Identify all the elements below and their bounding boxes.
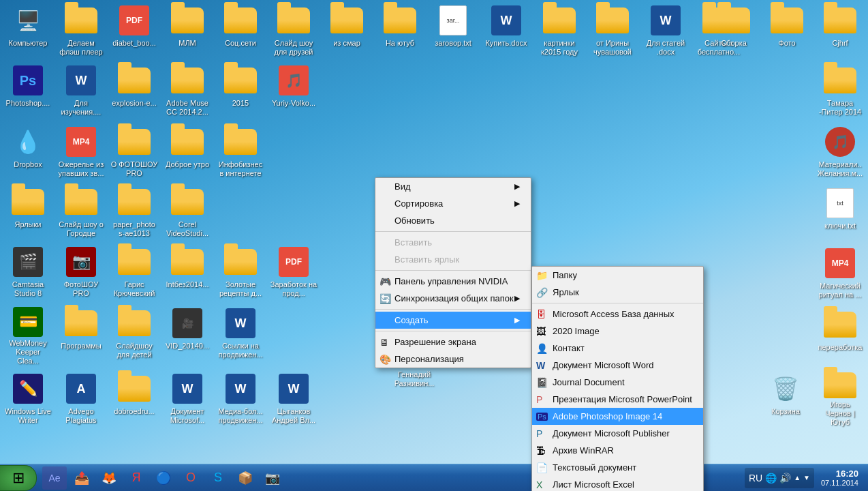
desktop-icon-word2[interactable]: W Для изучения....: [55, 61, 108, 121]
desktop-icon-dobroe2[interactable]: dobroedru...: [108, 370, 161, 430]
desktop-icon-cyganov[interactable]: W Цыганков Андрей Вл...: [267, 370, 320, 430]
desktop-icon-corel[interactable]: Corel VideoStudi...: [161, 183, 214, 243]
desktop-icon-infobiz[interactable]: Инфобизнес в интернете: [214, 123, 267, 183]
desktop-icon-advego[interactable]: A Advego Plagiatus: [55, 370, 108, 430]
desktop-icon-zolotye[interactable]: Золотые рецепты д...: [214, 243, 267, 303]
submenu-msword[interactable]: W Документ Microsoft Word: [532, 357, 703, 374]
submenu-journal[interactable]: 📓 Journal Document: [532, 374, 703, 391]
submenu-2020image[interactable]: 🖼 2020 Image: [532, 323, 703, 340]
textdoc-icon: 📄: [536, 462, 548, 473]
context-menu-paste[interactable]: Вставить: [375, 234, 531, 251]
tray-network[interactable]: 🌐: [765, 473, 777, 483]
taskbar-icon-chrome[interactable]: 🔵: [151, 466, 176, 490]
taskbar-icon-ae[interactable]: Ae: [42, 466, 67, 490]
desktop-icon-igore[interactable]: Игорь Чернов |Ютуб: [813, 370, 867, 430]
desktop-icon-komputer[interactable]: 🖥️ Компьютер: [1, 1, 55, 61]
desktop-icon-foto[interactable]: Фото: [760, 1, 813, 61]
desktop-icon-kartinki[interactable]: картинки к2015 году: [533, 1, 586, 61]
desktop-icon-statji[interactable]: W Для статей .docx: [639, 1, 692, 61]
desktop-icon-tamara[interactable]: Тамара -Питер 2014: [813, 61, 867, 121]
taskbar-icon-filezilla[interactable]: 📤: [69, 466, 94, 490]
windows-logo: ⊞: [12, 469, 25, 487]
tray-arrow-up[interactable]: ▲: [794, 474, 801, 481]
tray-lang[interactable]: RU: [749, 473, 762, 483]
desktop-icon-fotoshop-pro2[interactable]: 📷 ФотоШОУ PRO: [55, 243, 108, 303]
system-clock[interactable]: 16:20 07.11.2014: [817, 467, 863, 488]
desktop-icon-ssylki[interactable]: W Ссылки на продвижен...: [214, 304, 267, 364]
desktop-icon-korzina[interactable]: 🗑️ Корзина: [759, 370, 812, 430]
tray-arrow-down[interactable]: ▼: [803, 474, 810, 481]
resolution-icon: 🖥: [379, 337, 389, 348]
taskbar-icon-yandex[interactable]: Я: [124, 466, 149, 490]
desktop-icon-muse[interactable]: Adobe Muse CC 2014.2...: [161, 61, 214, 121]
desktop-icon-2015[interactable]: 2015: [214, 61, 267, 121]
desktop-icon-paper[interactable]: paper_photo s-ae1013: [108, 183, 161, 243]
desktop-icon-writer[interactable]: ✏️ Windows Live Writer: [1, 370, 55, 430]
desktop-icon-irina[interactable]: от Ирины чувашовой: [586, 1, 639, 61]
desktop-icon-programmy[interactable]: Программы: [55, 304, 108, 364]
context-menu-sort[interactable]: Сортировка ▶: [375, 195, 531, 212]
desktop-icon-dobroe[interactable]: Доброе утро: [161, 123, 214, 183]
desktop-icon-zagovor[interactable]: заг... заговор.txt: [427, 1, 480, 61]
start-button[interactable]: ⊞: [0, 465, 37, 491]
submenu-photoshop14[interactable]: Ps Adobe Photoshop Image 14: [532, 408, 703, 425]
desktop-icon-cjhrf[interactable]: Cjhrf: [813, 1, 867, 61]
taskbar-icon-firefox[interactable]: 🦊: [97, 466, 121, 490]
desktop-icon-materialy[interactable]: 🎵 Материали.. Желания.м...: [813, 123, 867, 183]
submenu-excel[interactable]: X Лист Microsoft Excel: [532, 476, 703, 491]
desktop-icon-magich[interactable]: MP4 Магический ритуал на ...: [813, 244, 867, 304]
desktop-icon-intbiz[interactable]: Intбез2014...: [161, 243, 214, 303]
desktop-icon-kupit[interactable]: W Купить.docx: [480, 1, 533, 61]
desktop-icon-vid2014[interactable]: 🎥 VID_20140...: [161, 304, 214, 364]
desktop-icon-dokument[interactable]: W Документ Microsof...: [161, 370, 214, 430]
desktop-icon-photoshop[interactable]: Ps Photoshop....: [1, 61, 55, 121]
context-menu-personal[interactable]: 🎨 Персонализация: [375, 351, 531, 368]
submenu-papku[interactable]: 📁 Папку: [532, 267, 703, 284]
ps-icon-sm: Ps: [536, 413, 548, 421]
desktop-icon-slajd-gorod[interactable]: Слайд шоу о Городце: [55, 183, 108, 243]
desktop-icon-yuriy[interactable]: 🎵 Yuriy-Volko...: [267, 61, 320, 121]
kontakt-icon: 👤: [536, 343, 548, 354]
desktop-icon-camtasia[interactable]: 🎬 Camtasia Studio 8: [1, 243, 55, 303]
desktop-icon-ozherel[interactable]: MP4 Ожерелье из упавших зв...: [55, 123, 108, 183]
context-menu-vid[interactable]: Вид ▶: [375, 178, 531, 195]
submenu-textdoc[interactable]: 📄 Текстовый документ: [532, 459, 703, 476]
desktop-icon-yarlyky[interactable]: Ярлыки: [1, 183, 55, 243]
word-icon-sm: W: [536, 360, 545, 371]
submenu-kontakt[interactable]: 👤 Контакт: [532, 340, 703, 357]
desktop-icon-garris[interactable]: Гарис Крючевский: [108, 243, 161, 303]
context-menu-create[interactable]: Создать ▶: [375, 312, 531, 329]
context-menu-sync[interactable]: 🔄 Синхронизация общих папок ▶: [375, 290, 531, 307]
taskbar-icon-app1[interactable]: 📦: [233, 466, 258, 490]
submenu-winrar[interactable]: 🗜 Архив WinRAR: [532, 442, 703, 459]
submenu-ppt[interactable]: P Презентация Microsoft PowerPoint: [532, 391, 703, 408]
desktop-icon-pererabotka[interactable]: переработка: [813, 306, 867, 366]
submenu-access[interactable]: 🗄 Microsoft Access База данных: [532, 306, 703, 323]
desktop-icon-sborka[interactable]: Сборка: [707, 1, 760, 61]
desktop-icon-klyuchi[interactable]: txt ключи.txt: [813, 184, 867, 244]
context-menu-paste-shortcut[interactable]: Вставить ярлык: [375, 251, 531, 268]
submenu-publisher[interactable]: P Документ Microsoft Publisher: [532, 425, 703, 442]
desktop-icon-fotoshop-pro[interactable]: О ФОТОШОУ PRO: [108, 123, 161, 183]
desktop-icon-explosion[interactable]: explosion-e...: [108, 61, 161, 121]
desktop-icon-slajd-det[interactable]: Слайдшоу для детей: [108, 304, 161, 364]
desktop-icon-media[interactable]: W Медиа-бол... продвижен...: [214, 370, 267, 430]
taskbar-icon-opera[interactable]: O: [179, 466, 203, 490]
desktop-icon-diabet[interactable]: PDF diabet_boo...: [108, 1, 161, 61]
desktop-icon-slajd1[interactable]: Слайд шоу для друзей: [267, 1, 320, 61]
desktop-icon-dropbox[interactable]: 💧 Dropbox: [1, 123, 55, 183]
desktop-icon-mlm[interactable]: МЛМ: [161, 1, 214, 61]
tray-sound[interactable]: 🔊: [779, 473, 791, 483]
context-menu-update[interactable]: Обновить: [375, 212, 531, 229]
context-menu-resolution[interactable]: 🖥 Разрешение экрана: [375, 333, 531, 351]
desktop-icon-webmoney[interactable]: 💳 WebMoney Keeper Clea...: [1, 304, 55, 364]
desktop-icon-soc[interactable]: Соц.сети: [214, 1, 267, 61]
desktop-icon-zarabot[interactable]: PDF Заработок на прод...: [267, 243, 320, 303]
desktop-icon-yutub[interactable]: На ютуб: [373, 1, 427, 61]
taskbar-icon-skype[interactable]: S: [206, 466, 230, 490]
context-menu-nvidia[interactable]: 🎮 Панель управления NVIDIA: [375, 273, 531, 290]
submenu-yarlyk[interactable]: 🔗 Ярлык: [532, 284, 703, 301]
taskbar-icon-app2[interactable]: 📷: [260, 466, 285, 490]
desktop-icon-smar[interactable]: из смар: [320, 1, 373, 61]
desktop-icon-flesh[interactable]: Делаем флэш плеер: [55, 1, 108, 61]
